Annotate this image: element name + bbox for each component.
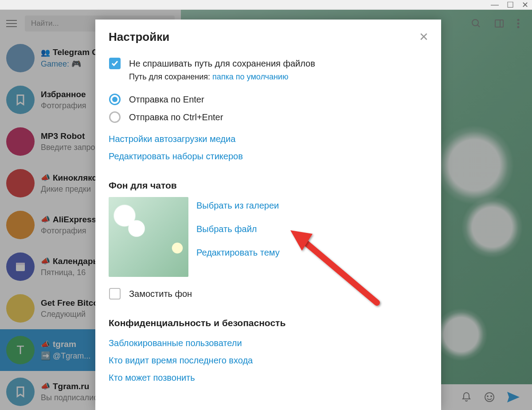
ask-path-label: Не спрашивать путь для сохранения файлов	[129, 57, 315, 70]
bg-theme-link[interactable]: Редактировать тему	[196, 244, 280, 261]
send-ctrl-row[interactable]: Отправка по Ctrl+Enter	[109, 108, 428, 126]
modal-body: Не спрашивать путь для сохранения файлов…	[95, 55, 441, 410]
close-icon[interactable]: ✕	[419, 30, 429, 44]
window-title-bar: — ☐ ✕	[0, 0, 532, 10]
send-ctrl-label: Отправка по Ctrl+Enter	[129, 111, 223, 123]
privacy-section-title: Конфиденциальность и безопасность	[109, 318, 428, 328]
path-label: Путь для сохранения:	[129, 72, 210, 81]
minimize-icon[interactable]: —	[491, 0, 499, 9]
calls-link[interactable]: Кто может позвонить	[109, 369, 428, 386]
autoload-link[interactable]: Настройки автозагрузки медиа	[109, 130, 428, 148]
send-enter-row[interactable]: Отправка по Enter	[109, 91, 428, 108]
bg-links: Выбрать из галереи Выбрать файл Редактир…	[196, 197, 280, 277]
radio-selected-icon[interactable]	[109, 93, 121, 106]
save-path-row: Путь для сохранения: папка по умолчанию	[129, 72, 315, 82]
bg-tile-row[interactable]: Замостить фон	[109, 285, 428, 303]
window-close-icon[interactable]: ✕	[522, 0, 528, 10]
bg-row: Выбрать из галереи Выбрать файл Редактир…	[109, 197, 428, 277]
modal-header: Настройки ✕	[95, 20, 441, 55]
bg-file-link[interactable]: Выбрать файл	[196, 221, 280, 238]
bg-tile-label: Замостить фон	[129, 288, 192, 300]
send-enter-label: Отправка по Enter	[129, 93, 204, 106]
checkbox-icon[interactable]	[109, 288, 121, 300]
checkbox-checked-icon[interactable]	[109, 57, 121, 70]
maximize-icon[interactable]: ☐	[507, 0, 514, 10]
modal-title: Настройки	[109, 30, 169, 44]
ask-path-row[interactable]: Не спрашивать путь для сохранения файлов…	[109, 55, 428, 84]
radio-icon[interactable]	[109, 111, 121, 123]
bg-section-title: Фон для чатов	[109, 180, 428, 191]
path-link[interactable]: папка по умолчанию	[212, 72, 288, 81]
settings-modal: Настройки ✕ Не спрашивать путь для сохра…	[95, 20, 441, 410]
app-shell: 👥Telegram GamesGamee: 🎮ИзбранноеФотограф…	[0, 10, 532, 410]
bg-gallery-link[interactable]: Выбрать из галереи	[196, 197, 280, 214]
bg-thumbnail[interactable]	[109, 197, 188, 277]
blocked-link[interactable]: Заблокированные пользователи	[109, 335, 428, 352]
stickers-link[interactable]: Редактировать наборы стикеров	[109, 148, 428, 165]
lastseen-link[interactable]: Кто видит время последнего входа	[109, 352, 428, 369]
